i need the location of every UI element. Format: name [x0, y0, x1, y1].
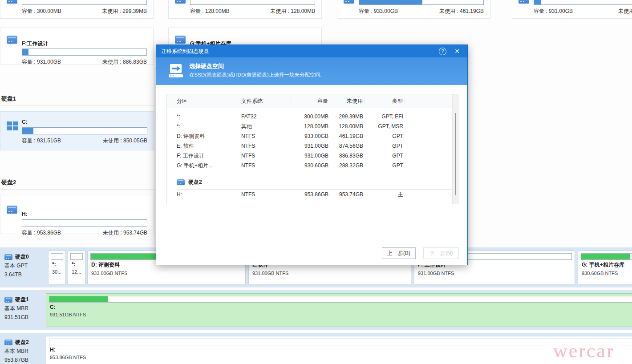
next-button[interactable]: 下一步(N) [423, 247, 459, 259]
cell-filesystem: 其他 [241, 123, 291, 130]
usage-bar [22, 219, 147, 226]
disk-size: 931.51GB [4, 314, 45, 320]
map-partition-c[interactable]: C: 931.51GB NTFS [46, 293, 632, 327]
cell-type: 主 [365, 191, 405, 198]
usage-bar [70, 253, 83, 260]
cell-partition: E: 软件 [167, 142, 241, 150]
partition-info: 933.00GB NTFS [91, 271, 245, 276]
cell-capacity: 128.00MB [291, 123, 330, 129]
cell-partition: H: [167, 191, 241, 198]
capacity-label: 容量 : 931.00GB [22, 58, 61, 66]
partition-card-c[interactable]: C: 容量 : 931.51GB 未使用 : 850.05GB [0, 111, 154, 150]
cell-type: GPT, MSR [365, 123, 405, 129]
col-partition: 分区 [167, 97, 241, 105]
disk1-section-label: 硬盘1 [1, 95, 16, 103]
partition-card-efi[interactable]: 容量 : 300.00MB 未使用 : 299.39MB [0, 0, 154, 19]
disk-size: 3.64TB [4, 271, 45, 278]
panel-divider [154, 67, 155, 245]
map-partition-h[interactable]: H: 953.86GB NTFS [46, 336, 632, 364]
cell-unused: 874.56GB [330, 143, 365, 149]
table-row[interactable]: G: 手机+相片... NTFS 930.60GB 288.32GB GPT [167, 161, 459, 170]
table-row[interactable]: F: 工作设计 NTFS 931.00GB 886.83GB GPT [167, 151, 459, 161]
col-filesystem: 文件系统 [241, 97, 291, 105]
windows-icon [7, 121, 19, 131]
usage-bar [22, 127, 147, 134]
cell-filesystem: NTFS [241, 162, 291, 169]
partition-card-msr[interactable]: 容量 : 128.00MB 未使用 : 128.00MB [168, 0, 322, 19]
disk-kind: 基本 GPT [4, 262, 45, 270]
partition-card-d[interactable]: 容量 : 933.00GB 未使用 : 461.19GB [337, 0, 490, 19]
cell-type: GPT [365, 162, 405, 169]
capacity-label: 容量 : 953.86GB [22, 229, 61, 237]
partition-name: *: [52, 261, 65, 267]
col-unused: 未使用 [330, 97, 365, 105]
cell-type: GPT, EFI [365, 113, 405, 120]
map-partition-g[interactable]: G: 手机+相片存库 930.60GB NTFS [578, 251, 632, 284]
col-type: 类型 [365, 97, 405, 105]
disk-label: 硬盘0 [15, 253, 29, 261]
partition-card-f[interactable]: F:工作设计 容量 : 931.00GB 未使用 : 886.83GB [0, 28, 154, 65]
scrollbar-thumb[interactable] [455, 113, 456, 195]
capacity-label: 容量 : 931.51GB [22, 137, 61, 145]
divider [0, 189, 154, 190]
app-screen: 容量 : 300.00MB 未使用 : 299.39MB 容量 : 128.00… [0, 0, 632, 364]
target-space-table: 分区 文件系统 容量 未使用 类型 *: FAT32 300.00MB 299.… [166, 94, 459, 204]
disk2-map-row: 硬盘2 基本 MBR 953.87GB H: 953.86GB NTFS [0, 333, 632, 364]
partition-card-h[interactable]: H: 容量 : 953.86GB 未使用 : 953.74GB [0, 195, 154, 234]
capacity-label: 容量 : 933.00GB [359, 8, 398, 15]
col-capacity: 容量 [291, 97, 330, 105]
usage-bar [49, 296, 632, 303]
cell-partition: G: 手机+相片... [167, 162, 241, 170]
drive-icon [519, 0, 529, 4]
cell-type: GPT [365, 153, 405, 159]
disk-icon [4, 297, 12, 303]
disk-kind: 基本 MBR [4, 305, 45, 312]
table-row[interactable]: H: NTFS 953.86GB 953.74GB 主 [167, 190, 459, 199]
drive-icon [344, 0, 354, 4]
cell-unused: 886.83GB [330, 153, 365, 159]
capacity-label: 容量 : 931.00GB [534, 8, 573, 15]
cell-capacity: 953.86GB [291, 191, 330, 198]
help-icon[interactable]: ? [439, 48, 446, 55]
table-row[interactable]: D: 评测资料 NTFS 933.00GB 461.19GB GPT [167, 131, 459, 141]
close-icon[interactable]: ✕ [453, 47, 461, 55]
disk1-info: 硬盘1 基本 MBR 931.51GB [0, 290, 45, 330]
disk-icon [4, 340, 12, 345]
map-partition-efi[interactable]: *: 30... [48, 251, 66, 284]
unused-label: 未使用 : 953.74GB [103, 229, 147, 237]
disk1-map-row: 硬盘1 基本 MBR 931.51GB C: 931.51GB NTFS [0, 290, 632, 330]
watermark: wercar [553, 340, 615, 362]
partition-card-e[interactable]: 容量 : 931.00GB 未使用 [512, 0, 632, 19]
cell-filesystem: NTFS [241, 143, 291, 149]
map-partition-msr[interactable]: *: 12... [68, 251, 85, 284]
disk2-info: 硬盘2 基本 MBR 953.87GB [0, 333, 45, 364]
capacity-label: 容量 : 128.00MB [190, 8, 230, 15]
partition-name: C: [0, 112, 154, 126]
disk2-group-header: 硬盘2 [177, 177, 459, 187]
usage-bar [190, 0, 315, 5]
partition-info: 12... [72, 269, 85, 275]
usage-bar [51, 253, 63, 260]
table-row[interactable]: *: 其他 128.00MB 128.00MB GPT, MSR [167, 121, 459, 131]
cell-type: GPT [365, 133, 405, 139]
step-title: 选择硬盘空间 [189, 62, 224, 70]
disk2-section-label: 硬盘2 [1, 178, 16, 186]
partition-info: 931.00GB NTFS [252, 271, 411, 276]
cell-partition: *: [167, 113, 241, 120]
disk-kind: 基本 MBR [4, 348, 45, 355]
migrate-os-dialog: 迁移系统到固态硬盘 ? ✕ 选择硬盘空间 在SSD(固态硬盘)或HDD(普通硬盘… [156, 44, 468, 265]
back-button[interactable]: 上一步(B) [382, 247, 416, 259]
cell-unused: 288.32GB [330, 162, 365, 169]
table-scrollbar[interactable] [452, 94, 459, 204]
capacity-label: 容量 : 300.00MB [22, 8, 61, 15]
unused-label: 未使用 : 128.00MB [270, 8, 315, 15]
partition-name: *: [72, 261, 85, 267]
table-row[interactable]: E: 软件 NTFS 931.00GB 874.56GB GPT [167, 141, 459, 151]
disk-icon [4, 254, 12, 260]
drive-icon [7, 0, 17, 4]
partition-info: 953.86GB NTFS [50, 355, 632, 360]
disk-label: 硬盘1 [15, 296, 29, 303]
table-row[interactable]: *: FAT32 300.00MB 299.39MB GPT, EFI [167, 112, 459, 121]
cell-filesystem: NTFS [241, 133, 291, 139]
cell-capacity: 930.60GB [291, 162, 330, 169]
